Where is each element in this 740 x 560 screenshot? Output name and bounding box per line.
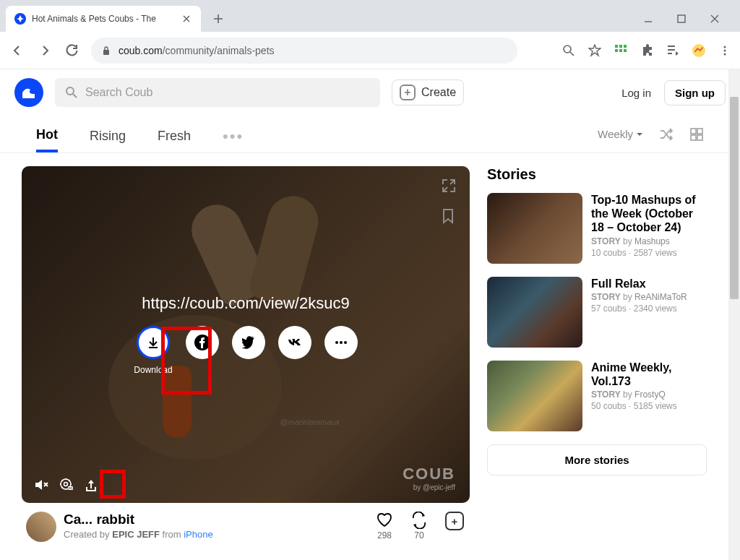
toolbar-right [562, 44, 731, 57]
media-playlist-icon[interactable] [666, 44, 679, 57]
svg-point-23 [64, 483, 68, 486]
mute-icon[interactable] [33, 477, 49, 493]
coub-watermark: COUB by @epic-jeff [403, 465, 455, 491]
video-meta: Ca... rabbit Created by EPIC JEFF from i… [22, 503, 470, 542]
reload-button-icon[interactable] [64, 42, 81, 59]
url-text: coub.com/community/animals-pets [119, 45, 275, 56]
svg-rect-7 [619, 49, 622, 52]
vk-share-button[interactable] [278, 326, 311, 359]
svg-text:HD: HD [69, 486, 73, 490]
share-icon[interactable] [84, 478, 98, 492]
download-label: Download [134, 365, 172, 375]
story-stats: 57 coubs · 2340 views [591, 303, 687, 314]
shuffle-icon[interactable] [659, 127, 674, 142]
nav-bar: coub.com/community/animals-pets [0, 32, 740, 69]
tab-hot[interactable]: Hot [36, 120, 58, 152]
facebook-share-button[interactable] [186, 326, 219, 359]
vk-icon [287, 335, 303, 350]
window-minimize-icon[interactable] [640, 11, 656, 27]
lock-icon [101, 46, 111, 56]
create-button[interactable]: + Create [392, 79, 464, 105]
svg-rect-14 [691, 129, 696, 134]
recoub-button[interactable]: 70 [410, 512, 428, 540]
video-author[interactable]: EPIC JEFF [112, 529, 160, 540]
svg-rect-0 [678, 15, 685, 22]
settings-gear-icon[interactable]: HD [59, 478, 74, 492]
story-byline: STORY by FrostyQ [591, 389, 707, 400]
back-button-icon[interactable] [9, 42, 26, 59]
tab-rising[interactable]: Rising [90, 121, 126, 151]
create-label: Create [421, 86, 456, 99]
zoom-icon[interactable] [562, 44, 575, 57]
search-placeholder: Search Coub [85, 86, 152, 99]
browser-menu-icon[interactable] [718, 44, 731, 57]
story-stats: 10 coubs · 2587 views [591, 248, 707, 258]
window-maximize-icon[interactable] [674, 11, 689, 27]
story-title: Anime Weekly, Vol.173 [591, 361, 707, 388]
sort-dropdown[interactable]: Weekly [598, 128, 643, 140]
bookmark-star-icon[interactable] [588, 44, 601, 57]
download-button[interactable] [137, 326, 170, 359]
svg-rect-8 [624, 49, 627, 52]
share-overlay: https://coub.com/view/2ksuc9 Download [22, 166, 470, 503]
story-thumbnail [487, 193, 582, 264]
plus-square-icon: + [400, 85, 416, 100]
browser-tab[interactable]: Hot Animals & Pets Coubs - The [6, 6, 201, 32]
search-icon [65, 86, 78, 99]
extension-grid-icon[interactable] [614, 44, 627, 57]
svg-point-21 [344, 341, 347, 344]
story-item[interactable]: Anime Weekly, Vol.173 STORY by FrostyQ 5… [487, 361, 707, 431]
add-plus-icon: + [445, 512, 464, 530]
svg-point-20 [340, 341, 343, 344]
url-bar[interactable]: coub.com/community/animals-pets [91, 38, 517, 64]
window-controls [640, 11, 734, 27]
story-stats: 50 coubs · 5185 views [591, 401, 707, 411]
heart-icon [376, 512, 393, 529]
tab-more-icon[interactable]: ••• [223, 127, 244, 146]
svg-rect-15 [697, 129, 702, 134]
login-link[interactable]: Log in [621, 87, 651, 99]
profile-avatar-icon[interactable] [692, 44, 705, 57]
svg-point-13 [66, 87, 74, 95]
video-player[interactable]: @marinianimaux https://coub.com/view/2ks… [22, 166, 470, 503]
twitter-share-button[interactable] [232, 326, 265, 359]
content-row: @marinianimaux https://coub.com/view/2ks… [0, 153, 740, 542]
story-byline: STORY by ReANiMaToR [591, 292, 687, 302]
story-thumbnail [487, 361, 582, 431]
tab-title: Hot Animals & Pets Coubs - The [32, 14, 175, 24]
share-url[interactable]: https://coub.com/view/2ksuc9 [142, 294, 349, 313]
like-button[interactable]: 298 [376, 512, 393, 540]
svg-rect-1 [103, 50, 109, 55]
tab-close-icon[interactable] [181, 13, 192, 25]
share-buttons-row: Download [134, 326, 357, 375]
download-icon [146, 335, 160, 350]
author-avatar[interactable] [26, 512, 56, 542]
forward-button-icon[interactable] [36, 42, 53, 59]
scrollbar-thumb[interactable] [730, 97, 739, 299]
signup-button[interactable]: Sign up [664, 80, 726, 105]
add-button[interactable]: + [445, 512, 464, 530]
window-close-icon[interactable] [707, 11, 723, 27]
story-byline: STORY by Mashups [591, 236, 707, 246]
recoub-icon [410, 512, 428, 529]
more-stories-button[interactable]: More stories [487, 444, 707, 475]
site-header: Search Coub + Create Log in Sign up [0, 69, 740, 116]
tab-bar: Hot Animals & Pets Coubs - The [0, 0, 740, 32]
scrollbar[interactable] [728, 69, 740, 560]
new-tab-button[interactable] [212, 13, 224, 25]
more-dots-icon [334, 335, 348, 350]
tab-fresh[interactable]: Fresh [158, 121, 191, 151]
story-item[interactable]: Top-10 Mashups of the Week (October 18 –… [487, 193, 707, 264]
extensions-puzzle-icon[interactable] [640, 44, 653, 57]
svg-rect-6 [615, 49, 618, 52]
svg-point-19 [335, 341, 338, 344]
facebook-icon [194, 334, 211, 351]
stories-heading: Stories [487, 166, 707, 183]
search-input[interactable]: Search Coub [55, 78, 380, 107]
more-share-button[interactable] [324, 326, 358, 359]
site-logo-icon[interactable] [14, 78, 43, 107]
story-item[interactable]: Full Relax STORY by ReANiMaToR 57 coubs … [487, 277, 707, 348]
video-column: @marinianimaux https://coub.com/view/2ks… [22, 166, 470, 542]
grid-view-icon[interactable] [689, 127, 704, 142]
video-device[interactable]: iPhone [184, 529, 212, 540]
